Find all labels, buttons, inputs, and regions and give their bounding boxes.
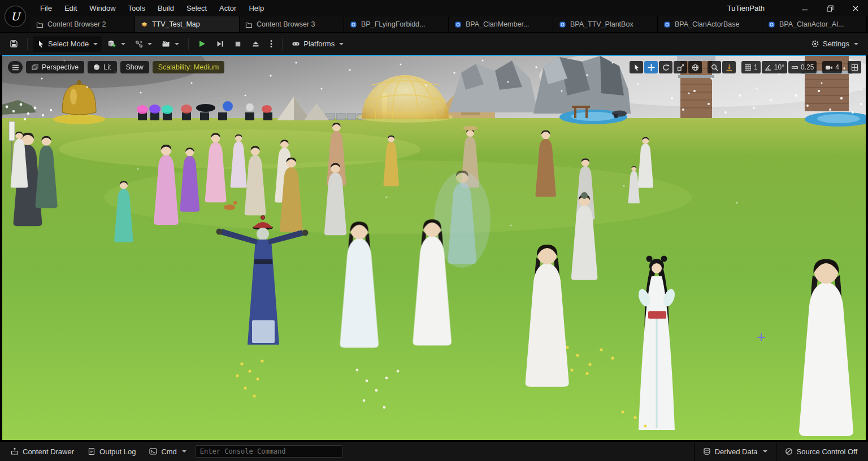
menu-build[interactable]: Build bbox=[151, 0, 180, 16]
blueprint-icon bbox=[350, 21, 357, 28]
viewport-canvas[interactable] bbox=[2, 56, 866, 440]
blueprint-icon bbox=[559, 21, 566, 28]
maximize-viewport-button[interactable] bbox=[848, 61, 861, 73]
scale-snap-toggle[interactable]: 0.25 bbox=[788, 61, 817, 73]
gamepad-icon bbox=[292, 40, 300, 48]
rotate-tool-button[interactable] bbox=[659, 61, 672, 73]
surface-snap-toggle[interactable] bbox=[722, 61, 736, 73]
surface-snap-icon bbox=[726, 64, 733, 71]
angle-snap-icon bbox=[765, 64, 772, 71]
source-control-button[interactable]: Source Control Off bbox=[780, 442, 862, 461]
tab-content-browser-3[interactable]: Content Browser 3 bbox=[240, 16, 344, 32]
select-filter-button[interactable] bbox=[708, 61, 721, 73]
select-tool-button[interactable] bbox=[630, 61, 643, 73]
globe-icon bbox=[692, 64, 699, 71]
viewport-options-button[interactable] bbox=[8, 61, 23, 73]
frame-skip-button[interactable] bbox=[212, 36, 228, 52]
minimize-icon bbox=[801, 5, 808, 12]
menu-actor[interactable]: Actor bbox=[213, 0, 242, 16]
chevron-down-icon bbox=[854, 43, 858, 45]
statusbar-separator bbox=[776, 442, 776, 461]
tab-bpa-clanmember[interactable]: BPA_ClanMember... bbox=[449, 16, 553, 32]
content-drawer-button[interactable]: Content Drawer bbox=[6, 442, 79, 461]
add-actor-button[interactable] bbox=[103, 36, 129, 52]
grid-snap-value: 1 bbox=[754, 63, 758, 71]
eject-button[interactable] bbox=[248, 36, 264, 52]
platforms-dropdown[interactable]: Platforms bbox=[288, 36, 348, 52]
tab-bar: Content Browser 2 TTV_Test_Map Content B… bbox=[31, 16, 868, 32]
menu-select[interactable]: Select bbox=[180, 0, 213, 16]
blueprint-icon bbox=[663, 21, 671, 28]
viewport[interactable]: Perspective Lit Show Scalability: Medium… bbox=[2, 55, 866, 440]
chevron-down-icon bbox=[93, 43, 98, 45]
tab-bpa-clanactor-al[interactable]: BPA_ClanActor_Al... bbox=[762, 16, 867, 32]
save-all-button[interactable] bbox=[6, 36, 22, 52]
chevron-down-icon bbox=[182, 450, 186, 453]
save-icon bbox=[10, 40, 18, 48]
minimize-button[interactable] bbox=[792, 0, 817, 16]
derived-data-button[interactable]: Derived Data bbox=[698, 442, 772, 461]
menu-file[interactable]: File bbox=[34, 0, 58, 16]
unreal-logo[interactable]: U bbox=[0, 0, 31, 32]
world-space-toggle[interactable] bbox=[688, 61, 702, 73]
close-button[interactable] bbox=[843, 0, 868, 16]
restore-button[interactable] bbox=[817, 0, 843, 16]
blueprint-icon bbox=[768, 21, 775, 28]
scale-tool-icon bbox=[677, 64, 684, 71]
select-mode-dropdown[interactable]: Select Mode bbox=[33, 36, 102, 52]
cursor-icon bbox=[633, 64, 640, 71]
more-options-icon bbox=[270, 40, 273, 48]
content-browser-icon bbox=[245, 21, 253, 28]
quad-view-icon bbox=[851, 64, 858, 71]
perspective-icon bbox=[32, 64, 38, 71]
toolbar-separator bbox=[188, 38, 189, 50]
menu-window[interactable]: Window bbox=[83, 0, 121, 16]
stop-button[interactable] bbox=[230, 36, 246, 52]
blueprints-button[interactable] bbox=[131, 36, 156, 52]
menu-help[interactable]: Help bbox=[242, 0, 270, 16]
cinematics-button[interactable] bbox=[158, 36, 183, 52]
settings-dropdown[interactable]: Settings bbox=[807, 36, 862, 52]
viewport-toolbar-left: Perspective Lit Show Scalability: Medium bbox=[8, 61, 224, 73]
console-input[interactable] bbox=[195, 445, 343, 458]
output-log-icon bbox=[88, 447, 96, 455]
restore-icon bbox=[827, 5, 834, 12]
close-icon bbox=[852, 5, 859, 12]
clapperboard-icon bbox=[162, 40, 170, 48]
map-icon bbox=[141, 21, 148, 28]
cmd-dropdown[interactable]: Cmd bbox=[144, 442, 191, 461]
show-flags-button[interactable]: Show bbox=[120, 61, 149, 73]
rotation-snap-toggle[interactable]: 10° bbox=[762, 61, 787, 73]
blueprint-icon bbox=[454, 21, 462, 28]
menu-edit[interactable]: Edit bbox=[58, 0, 83, 16]
gear-icon bbox=[811, 40, 819, 48]
play-button[interactable] bbox=[194, 36, 210, 52]
grid-snap-toggle[interactable]: 1 bbox=[741, 61, 761, 73]
tab-content-browser-2[interactable]: Content Browser 2 bbox=[31, 16, 135, 32]
frame-skip-icon bbox=[216, 40, 224, 48]
view-mode-perspective-button[interactable]: Perspective bbox=[26, 61, 84, 73]
viewport-frame: Perspective Lit Show Scalability: Medium… bbox=[0, 55, 868, 441]
tab-bpa-ttv-plantbox[interactable]: BPA_TTV_PlantBox bbox=[553, 16, 658, 32]
tab-bp-flyingforbidd[interactable]: BP_FLyingForbidd... bbox=[344, 16, 449, 32]
tab-bpa-clanactorbase[interactable]: BPA_ClanActorBase bbox=[658, 16, 762, 32]
move-tool-button[interactable] bbox=[644, 61, 658, 73]
menu-bar: File Edit Window Tools Build Select Acto… bbox=[31, 0, 868, 16]
scalability-button[interactable]: Scalability: Medium bbox=[153, 61, 225, 73]
viewport-toolbar-right: 1 10° 0.25 4 bbox=[630, 61, 861, 73]
chevron-down-icon bbox=[763, 450, 767, 453]
menu-tools[interactable]: Tools bbox=[122, 0, 151, 16]
output-log-button[interactable]: Output Log bbox=[83, 442, 141, 461]
source-control-off-icon bbox=[785, 447, 793, 455]
lit-mode-button[interactable]: Lit bbox=[88, 61, 116, 73]
grid-snap-icon bbox=[744, 64, 752, 71]
scale-snap-value: 0.25 bbox=[801, 63, 814, 71]
cursor-icon bbox=[37, 40, 45, 48]
camera-speed-button[interactable]: 4 bbox=[822, 61, 842, 73]
title-bar: U File Edit Window Tools Build Select Ac… bbox=[0, 0, 868, 32]
tab-ttv-test-map[interactable]: TTV_Test_Map bbox=[135, 16, 240, 32]
play-options-button[interactable] bbox=[266, 36, 277, 52]
add-cube-icon bbox=[107, 40, 116, 48]
scale-tool-button[interactable] bbox=[674, 61, 687, 73]
chevron-down-icon bbox=[147, 43, 152, 45]
